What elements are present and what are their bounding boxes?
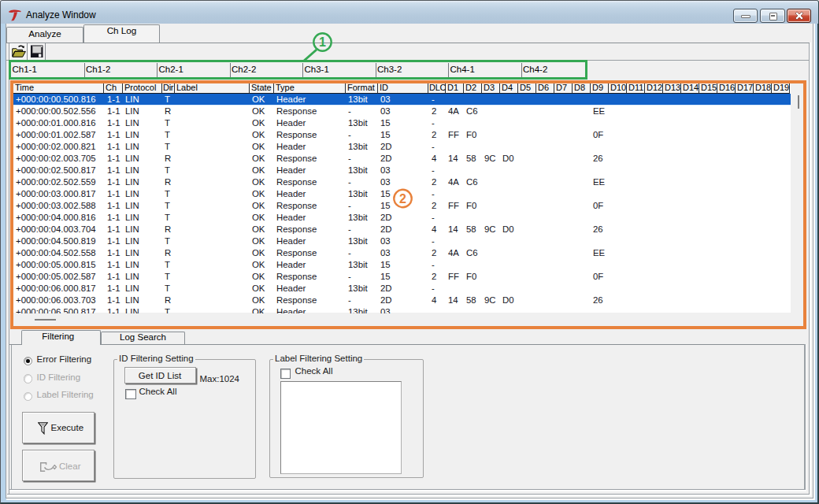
svg-text:2: 2 — [399, 192, 406, 206]
svg-text:1: 1 — [319, 35, 326, 49]
